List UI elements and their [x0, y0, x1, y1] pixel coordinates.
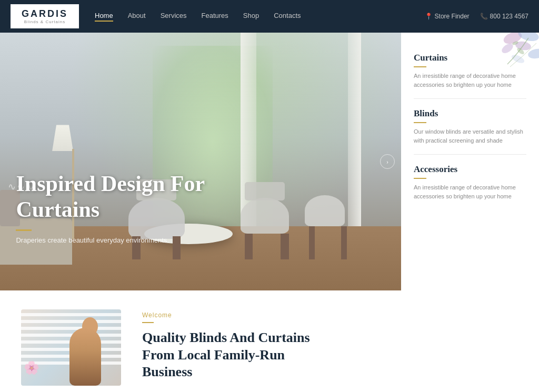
- navbar: GARDIS Blinds & Curtains Home About Serv…: [0, 0, 539, 33]
- welcome-heading: Quality Blinds And Curtains From Local F…: [142, 329, 321, 381]
- blinds-description: Our window blinds are versatile and styl…: [414, 127, 526, 145]
- nav-right: 📍 Store Finder 📞 800 123 4567: [425, 13, 528, 20]
- floral-decoration: [460, 33, 539, 91]
- location-icon: 📍: [425, 13, 433, 20]
- bottom-text-block: Welcome Quality Blinds And Curtains From…: [142, 309, 518, 373]
- hero-text-block: Inspired Design For Curtains Draperies c…: [16, 171, 216, 244]
- person-body: [69, 328, 101, 386]
- chair-seat-right: [241, 198, 288, 234]
- chair-back-right: [245, 182, 285, 200]
- phone-number: 📞 800 123 4567: [480, 13, 528, 20]
- brand-name: GARDIS: [22, 8, 68, 19]
- hero-divider: [16, 229, 32, 231]
- hero-side-panel: Curtains An irresistible range of decora…: [401, 33, 539, 290]
- nav-contacts[interactable]: Contacts: [274, 12, 301, 22]
- side-panel-blinds[interactable]: Blinds Our window blinds are versatile a…: [414, 99, 526, 155]
- slider-next-button[interactable]: ›: [380, 154, 395, 169]
- phone-icon: 📞: [480, 13, 488, 20]
- side-panel-accessories[interactable]: Accessories An irresistible range of dec…: [414, 155, 526, 210]
- logo[interactable]: GARDIS Blinds & Curtains: [11, 4, 79, 28]
- accessories-divider: [414, 178, 426, 179]
- blinds-title: Blinds: [414, 108, 526, 119]
- lamp-shade: [52, 125, 73, 151]
- chair-leg-rl: [245, 234, 253, 259]
- nav-home[interactable]: Home: [95, 12, 113, 22]
- store-finder-button[interactable]: 📍 Store Finder: [425, 13, 470, 20]
- nav-about[interactable]: About: [128, 12, 146, 22]
- chair-leg-rr: [281, 234, 288, 259]
- accessories-title: Accessories: [414, 164, 526, 175]
- flower-decoration: 🌸: [24, 360, 39, 375]
- nav-shop[interactable]: Shop: [243, 12, 259, 22]
- nav-features[interactable]: Features: [202, 12, 228, 22]
- chair-leg-farl: [309, 226, 315, 260]
- nav-services[interactable]: Services: [161, 12, 187, 22]
- hero-image: ∿∿∿ Inspired Design For Curtains Draperi…: [0, 33, 401, 290]
- room-scene: [0, 33, 401, 290]
- blind-slat-2: [21, 320, 121, 323]
- welcome-label: Welcome: [142, 311, 518, 319]
- curtains-divider: [414, 66, 426, 67]
- bottom-section: 🌸 Welcome Quality Blinds And Curtains Fr…: [0, 290, 539, 392]
- blinds-divider: [414, 122, 426, 123]
- bottom-image: 🌸: [21, 309, 121, 386]
- blind-slat-3: [21, 327, 121, 330]
- accessories-description: An irresistible range of decorative home…: [414, 183, 526, 200]
- nav-links: Home About Services Features Shop Contac…: [95, 12, 425, 22]
- welcome-divider: [142, 322, 154, 323]
- hero-subtext: Draperies create beautiful everyday envi…: [16, 236, 216, 244]
- hero-wrapper: ∿∿∿ Inspired Design For Curtains Draperi…: [0, 33, 539, 290]
- chair-leg-farr: [341, 226, 347, 260]
- svg-point-4: [527, 47, 539, 59]
- hero-heading: Inspired Design For Curtains: [16, 171, 216, 222]
- blind-slat-1: [21, 313, 121, 316]
- chair-seat-far: [305, 195, 345, 226]
- brand-subtitle: Blinds & Curtains: [24, 19, 65, 24]
